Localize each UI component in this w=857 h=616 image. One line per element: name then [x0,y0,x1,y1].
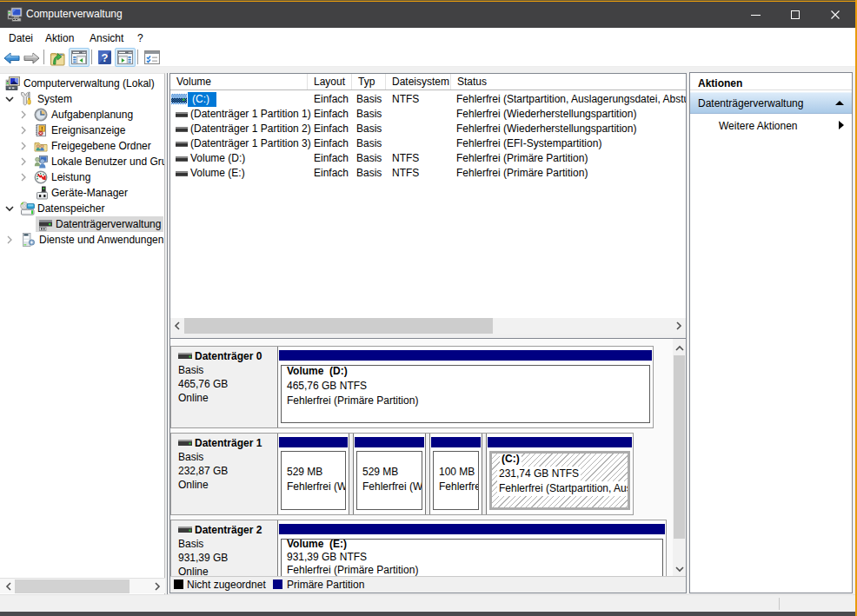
svg-text:?: ? [102,51,109,64]
